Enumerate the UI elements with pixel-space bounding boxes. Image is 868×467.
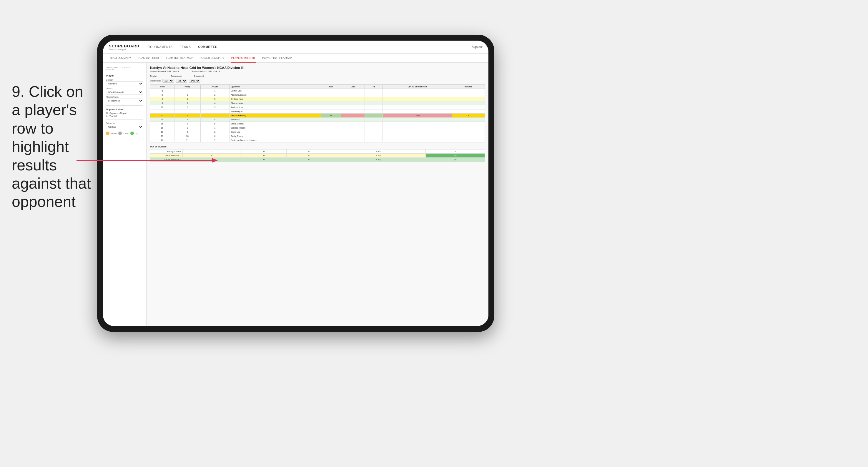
table-header-row: # Div # Reg # Conf Opponent Win Loss Tie… — [150, 85, 485, 89]
nav-teams[interactable]: TEAMS — [180, 45, 191, 49]
sidebar-player-rank-label: Player (Rank) — [106, 96, 143, 98]
sidebar-gender-select[interactable]: Women's — [106, 82, 143, 86]
out-of-division-section: Out of division Foreign Team 100 4.5002 … — [150, 145, 485, 162]
opponent-cell: Esther Lee — [229, 89, 321, 93]
table-row[interactable]: 1063 Andrea York — [150, 105, 485, 110]
table-row[interactable]: 31 Esther Lee — [150, 89, 485, 93]
ood-row[interactable]: Foreign Team 100 4.5002 — [150, 150, 485, 154]
table-row[interactable]: 613 Sydney Kuo — [150, 97, 485, 101]
colour-by-select[interactable]: Win/loss — [106, 125, 143, 129]
table-row[interactable]: 1822 Euna Lee — [150, 130, 485, 134]
logo-area: SCOREBOARD Powered by clippd — [109, 44, 140, 50]
tab-team-h2h-heatmap[interactable]: TEAM H2H HEATMAP — [165, 54, 193, 63]
sign-out-link[interactable]: Sign out — [472, 45, 483, 49]
tab-team-h2h-grid[interactable]: TEAM H2H GRID — [137, 54, 159, 63]
overall-record-label: Overall Record: 353 · 34 · 6 — [150, 70, 179, 73]
table-row[interactable]: 1585 Stella Cheng — [150, 122, 485, 126]
table-row[interactable]: 1474 Eunice Yi — [150, 118, 485, 122]
instruction-text: 9. Click on a player's row to highlight … — [12, 83, 94, 211]
table-row[interactable]: 1691 Jessica Mason — [150, 126, 485, 130]
sub-nav: TEAM SUMMARY TEAM H2H GRID TEAM H2H HEAT… — [103, 54, 489, 63]
radio-opponents-played[interactable]: Opponents Played — [106, 112, 143, 114]
opponents-label: Opponents: — [150, 80, 161, 82]
th-div: # Div — [150, 85, 175, 89]
sidebar-player-title: Player — [106, 74, 143, 77]
radio-label-opponents: Opponents Played — [110, 112, 126, 114]
th-tie: Tie — [365, 85, 382, 89]
th-reg: # Reg — [174, 85, 200, 89]
tablet-screen: SCOREBOARD Powered by clippd TOURNAMENTS… — [103, 41, 489, 326]
th-opponent: Opponent — [229, 85, 321, 89]
th-diff: Diff Av Strokes/Rnd — [382, 85, 452, 89]
table-row[interactable]: 20117 Federica Domecq Lacroze — [150, 138, 485, 143]
sidebar-timestamp: Last Updated: 27/03/2024 16:55:28 — [106, 66, 143, 71]
filter-conference-select[interactable]: (All) — [176, 79, 187, 83]
grid-area: Katelyn Vo Head-to-Head Grid for Women's… — [147, 63, 489, 326]
table-row[interactable]: 19106 Emily Chang — [150, 134, 485, 138]
colour-legend: Down Level Up — [106, 131, 143, 135]
division-record-label: Division Record: 331 · 34 · 6 — [191, 70, 220, 73]
colour-by-label: Colour by — [106, 122, 143, 124]
sidebar-gender-label: Gender — [106, 79, 143, 81]
legend-label-up: Up — [136, 132, 138, 134]
tablet-shell: SCOREBOARD Powered by clippd TOURNAMENTS… — [97, 35, 494, 332]
th-loss: Loss — [341, 85, 365, 89]
tab-player-h2h-grid[interactable]: PLAYER H2H GRID — [231, 54, 256, 63]
legend-dot-up — [130, 131, 134, 135]
filter-opponent-select[interactable]: (All) — [189, 79, 200, 83]
filter-region-title: Region — [150, 75, 157, 77]
tab-player-summary[interactable]: PLAYER SUMMARY — [199, 54, 225, 63]
th-rounds: Rounds — [452, 85, 485, 89]
legend-label-level: Level — [124, 132, 129, 134]
ood-row[interactable]: NAIA Division 1 1500 9.26730 — [150, 154, 485, 158]
nav-committee[interactable]: COMMITTEE — [198, 45, 217, 49]
h2h-table: # Div # Reg # Conf Opponent Win Loss Tie… — [150, 85, 485, 143]
tab-team-summary[interactable]: TEAM SUMMARY — [109, 54, 131, 63]
table-row[interactable]: 522 Alexis Sudjianto — [150, 93, 485, 97]
radio-dot-opponents — [106, 112, 108, 114]
ood-table: Foreign Team 100 4.5002 NAIA Division 1 … — [150, 149, 485, 162]
main-content: Last Updated: 27/03/2024 16:55:28 Player… — [103, 63, 489, 326]
th-conf: # Conf — [200, 85, 229, 89]
tab-player-h2h-heatmap[interactable]: PLAYER H2H HEATMAP — [261, 54, 292, 63]
filter-opponent-title: Opponent — [194, 75, 204, 77]
sidebar: Last Updated: 27/03/2024 16:55:28 Player… — [103, 63, 147, 326]
out-of-division-title: Out of division — [150, 145, 485, 148]
table-row-selected[interactable]: 131 Jessica Huang 0 1 0 -3.00 2 — [150, 114, 485, 118]
sidebar-player-rank-select[interactable]: 8. Katelyn Vo — [106, 99, 143, 103]
logo-sub: Powered by clippd — [109, 48, 140, 50]
grid-records: Overall Record: 353 · 34 · 6 Division Re… — [150, 70, 485, 73]
radio-top100[interactable]: Top 100 — [106, 115, 143, 117]
logo-title: SCOREBOARD — [109, 44, 140, 48]
top-nav: SCOREBOARD Powered by clippd TOURNAMENTS… — [103, 41, 489, 54]
th-win: Win — [321, 85, 341, 89]
legend-label-down: Down — [111, 132, 117, 134]
top-nav-links: TOURNAMENTS TEAMS COMMITTEE — [148, 45, 472, 49]
filter-region-select[interactable]: (All) — [162, 79, 174, 83]
grid-title: Katelyn Vo Head-to-Head Grid for Women's… — [150, 66, 485, 69]
filter-conference-title: Conference — [170, 75, 182, 77]
sidebar-division-label: Division — [106, 87, 143, 89]
table-row[interactable]: Haejo Hyun — [150, 110, 485, 114]
nav-tournaments[interactable]: TOURNAMENTS — [148, 45, 173, 49]
sidebar-division-select[interactable]: NCAA Division III — [106, 90, 143, 94]
radio-label-top100: Top 100 — [110, 115, 117, 117]
opponent-view-title: Opponent view — [106, 108, 143, 111]
legend-dot-down — [106, 131, 110, 135]
ood-row[interactable]: NCAA Division 2 500 7.40010 — [150, 158, 485, 162]
radio-dot-top100 — [106, 115, 108, 117]
table-row[interactable]: 914 Sharon Mun — [150, 101, 485, 105]
legend-dot-level — [118, 131, 122, 135]
